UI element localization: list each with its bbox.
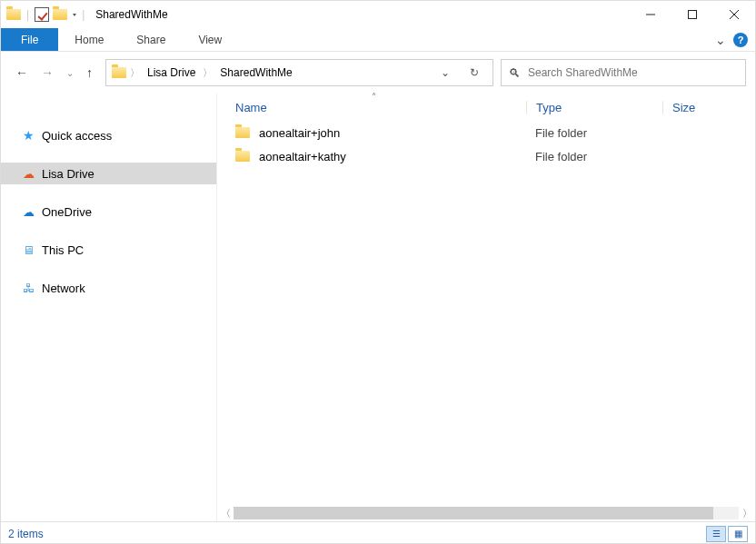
view-toggles: ☰ ▦ (706, 526, 748, 542)
column-headers: Name ˄ Type Size (217, 94, 755, 121)
breadcrumb-sep-0[interactable]: 〉 (130, 66, 140, 80)
pc-icon: 🖥 (23, 243, 35, 257)
recent-locations-button[interactable]: ⌄ (66, 68, 74, 78)
maximize-icon (688, 10, 697, 19)
address-bar[interactable]: 〉 Lisa Drive 〉 SharedWithMe ⌄ ↻ (105, 59, 493, 86)
qat-dropdown-icon[interactable] (73, 14, 76, 16)
nav-label-this-pc: This PC (42, 243, 84, 257)
list-item[interactable]: aonealtair+john File folder (217, 121, 755, 144)
window-title: SharedWithMe (95, 8, 167, 21)
item-type: File folder (526, 126, 662, 140)
properties-icon[interactable] (35, 7, 49, 22)
details-view-button[interactable]: ☰ (706, 526, 726, 542)
maximize-button[interactable] (671, 1, 713, 28)
sort-indicator-icon: ˄ (372, 92, 376, 102)
breadcrumb-segment-0[interactable]: Lisa Drive (144, 66, 199, 79)
close-button[interactable] (713, 1, 755, 28)
scroll-thumb[interactable] (234, 507, 713, 519)
minimize-button[interactable] (630, 1, 671, 28)
address-history-button[interactable]: ⌄ (433, 60, 458, 85)
nav-label-onedrive: OneDrive (42, 205, 92, 219)
status-item-count: 2 items (8, 528, 44, 540)
breadcrumb-sep-1[interactable]: 〉 (203, 66, 213, 80)
nav-quick-access[interactable]: ★ Quick access (1, 124, 216, 146)
network-icon: 🖧 (23, 282, 35, 295)
close-icon (730, 10, 739, 19)
back-button[interactable]: ← (15, 65, 28, 80)
nav-this-pc[interactable]: 🖥 This PC (1, 239, 216, 261)
item-type: File folder (526, 150, 662, 163)
help-icon[interactable]: ? (733, 33, 748, 47)
navigation-pane: ★ Quick access ☁ Lisa Drive ☁ OneDrive 🖥… (1, 94, 217, 521)
new-folder-icon[interactable] (53, 9, 67, 20)
onedrive-icon: ☁ (23, 205, 35, 219)
list-item[interactable]: aonealtair+kathy File folder (217, 144, 755, 168)
column-header-size[interactable]: Size (662, 101, 753, 114)
tab-view[interactable]: View (182, 28, 238, 51)
item-name: aonealtair+john (259, 126, 340, 140)
main-area: ★ Quick access ☁ Lisa Drive ☁ OneDrive 🖥… (1, 94, 755, 521)
address-row: ← → ⌄ ↑ 〉 Lisa Drive 〉 SharedWithMe ⌄ ↻ … (1, 52, 755, 94)
ribbon: File Home Share View ⌄ ? (1, 28, 755, 52)
nav-arrows: ← → ⌄ ↑ (10, 65, 98, 80)
qat-separator: | (26, 8, 29, 21)
nav-onedrive[interactable]: ☁ OneDrive (1, 201, 216, 223)
column-header-type[interactable]: Type (526, 101, 662, 114)
item-name: aonealtair+kathy (259, 150, 346, 163)
icons-view-button[interactable]: ▦ (728, 526, 748, 542)
refresh-button[interactable]: ↻ (462, 60, 487, 85)
nav-label-lisa-drive: Lisa Drive (42, 167, 94, 181)
search-icon: 🔍︎ (509, 66, 521, 80)
scroll-right-button[interactable]: 〉 (739, 507, 755, 520)
scroll-left-button[interactable]: 〈 (217, 507, 234, 520)
up-button[interactable]: ↑ (86, 65, 93, 80)
nav-label-quick-access: Quick access (42, 129, 112, 143)
breadcrumb-segment-1[interactable]: SharedWithMe (216, 66, 295, 79)
search-placeholder: Search SharedWithMe (528, 66, 638, 79)
ribbon-right: ⌄ ? (715, 28, 755, 51)
tab-share[interactable]: Share (120, 28, 182, 51)
nav-network[interactable]: 🖧 Network (1, 277, 216, 299)
nav-lisa-drive[interactable]: ☁ Lisa Drive (1, 163, 216, 184)
qat-separator-2: | (82, 8, 85, 21)
column-label-name: Name (235, 101, 267, 114)
minimize-icon (646, 10, 655, 19)
star-icon: ★ (23, 128, 35, 143)
column-header-name[interactable]: Name ˄ (235, 101, 526, 114)
app-folder-icon (6, 9, 21, 20)
address-folder-icon (112, 67, 126, 78)
window-controls (630, 1, 755, 28)
expand-ribbon-icon[interactable]: ⌄ (715, 33, 726, 47)
search-box[interactable]: 🔍︎ Search SharedWithMe (501, 59, 746, 86)
folder-icon (235, 151, 250, 162)
qat: | | SharedWithMe (6, 7, 168, 22)
forward-button[interactable]: → (41, 65, 54, 80)
tab-home[interactable]: Home (58, 28, 120, 51)
scroll-track[interactable] (234, 507, 739, 519)
cloud-icon: ☁ (23, 167, 35, 181)
folder-icon (235, 127, 250, 138)
title-bar: | | SharedWithMe (1, 1, 755, 28)
horizontal-scrollbar[interactable]: 〈 〉 (217, 505, 755, 521)
svg-rect-1 (689, 11, 697, 19)
content-pane: Name ˄ Type Size aonealtair+john File fo… (217, 94, 755, 521)
file-tab[interactable]: File (1, 28, 58, 51)
nav-label-network: Network (42, 282, 85, 295)
status-bar: 2 items ☰ ▦ (1, 521, 755, 544)
